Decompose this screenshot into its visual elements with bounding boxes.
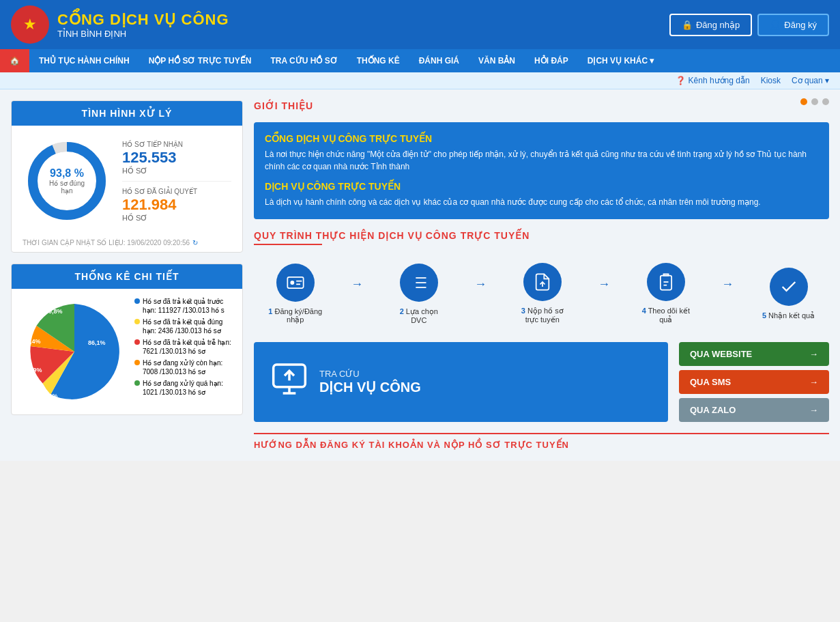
id-card-icon bbox=[286, 273, 305, 292]
subnav-co-quan[interactable]: Cơ quan ▾ bbox=[792, 76, 829, 85]
btn-website[interactable]: QUA WEBSITE → bbox=[679, 342, 829, 366]
process-step-2: 2 Lựa chọn DVC bbox=[392, 264, 446, 324]
intro-section: GIỚI THIỆU CỔNG DỊCH VỤ CÔNG TRỰC TUYẾN … bbox=[254, 100, 829, 219]
nav-thu-tuc[interactable]: THỦ TỤC HÀNH CHÍNH bbox=[29, 49, 139, 72]
btn-zalo[interactable]: QUA ZALO → bbox=[679, 398, 829, 422]
step-arrow-1: → bbox=[351, 277, 363, 292]
right-panel: GIỚI THIỆU CỔNG DỊCH VỤ CÔNG TRỰC TUYẾN … bbox=[243, 100, 829, 450]
btn-sms-label: QUA SMS bbox=[690, 377, 731, 387]
detail-box: THỐNG KÊ CHI TIẾT bbox=[11, 264, 243, 415]
nav-van-ban[interactable]: VĂN BẢN bbox=[469, 49, 525, 72]
arrow-right-icon-2: → bbox=[809, 377, 818, 387]
step-label-3: 3 Nộp hồ sơ trực tuyến bbox=[515, 307, 570, 324]
stats-footer: THỜI GIAN CẬP NHẬT SỐ LIỆU: 19/06/2020 0… bbox=[12, 236, 242, 252]
tra-cuu-buttons: QUA WEBSITE → QUA SMS → QUA ZALO → bbox=[679, 342, 829, 422]
intro-dot-1[interactable] bbox=[800, 98, 807, 105]
resolved-value: 121.984 bbox=[122, 196, 231, 214]
legend-dot-orange bbox=[134, 360, 140, 365]
legend-text-4: Hồ sơ đang xử lý quá hạn: 1021 /130.013 … bbox=[143, 379, 234, 397]
pie-label-orange: 5,4% bbox=[27, 338, 41, 345]
pie-chart: 86,1% 1,9% 5,9% 5,4% 0,8% bbox=[20, 297, 129, 406]
legend-dot-red bbox=[134, 339, 140, 345]
main-nav: 🏠 THỦ TỤC HÀNH CHÍNH NỘP HỒ SƠ TRỰC TUYẾ… bbox=[0, 49, 840, 72]
btn-zalo-label: QUA ZALO bbox=[690, 405, 736, 415]
step-arrow-2: → bbox=[474, 277, 487, 292]
guide-section: HƯỚNG DẪN ĐĂNG KÝ TÀI KHOẢN VÀ NỘP HỒ SƠ… bbox=[254, 433, 829, 450]
svg-rect-3 bbox=[287, 277, 303, 287]
intro-card-title1: CỔNG DỊCH VỤ CÔNG TRỰC TUYẾN bbox=[265, 133, 818, 144]
pie-legend: 86,1% 1,9% 5,9% 5,4% 0,8% Hồ sơ đã trả k… bbox=[20, 297, 234, 406]
refresh-icon[interactable]: ↻ bbox=[192, 239, 198, 246]
subnav: ❓ Kênh hướng dẫn Kiosk Cơ quan ▾ bbox=[0, 72, 840, 89]
legend-dot-green bbox=[134, 380, 140, 386]
tra-cuu-label: TRA CỨU bbox=[319, 369, 421, 379]
step-circle-4 bbox=[647, 263, 685, 301]
btn-website-label: QUA WEBSITE bbox=[690, 349, 752, 359]
received-label: HỒ SƠ TIẾP NHẬN bbox=[122, 140, 231, 149]
step-label-5: 5 Nhận kết quả bbox=[762, 311, 815, 320]
stats-body: 93,8 % Hồ sơ đúng hạn HỒ SƠ TIẾP NHẬN 12… bbox=[12, 126, 242, 236]
nav-home[interactable]: 🏠 bbox=[0, 49, 29, 72]
left-panel: TÌNH HÌNH XỬ LÝ 93,8 % Hồ sơ đúng hạn bbox=[11, 100, 243, 450]
guide-label: HƯỚNG DẪN ĐĂNG KÝ TÀI KHOẢN VÀ NỘP HỒ SƠ… bbox=[254, 440, 569, 450]
svg-point-4 bbox=[290, 281, 294, 285]
user-icon: 👤 bbox=[770, 20, 781, 30]
detail-title: THỐNG KÊ CHI TIẾT bbox=[12, 264, 242, 289]
step-label-2: 2 Lựa chọn DVC bbox=[392, 307, 446, 324]
received-value: 125.553 bbox=[122, 149, 231, 167]
header-title: CỔNG DỊCH VỤ CÔNG TỈNH BÌNH ĐỊNH bbox=[57, 11, 229, 39]
subnav-kenh-huong-dan[interactable]: ❓ Kênh hướng dẫn bbox=[676, 76, 749, 85]
subnav-kiosk[interactable]: Kiosk bbox=[761, 76, 781, 85]
donut-percent: 93,8 % bbox=[45, 167, 89, 180]
resolved-unit: HỒ SƠ bbox=[122, 214, 231, 223]
legend-item: Hồ sơ đang xử lý còn hạn: 7008 /130.013 … bbox=[134, 358, 234, 376]
legend-item: Hồ sơ đã trả kết quả trễ hạn: 7621 /130.… bbox=[134, 338, 234, 356]
header-buttons: 🔒 Đăng nhập 👤 Đăng ký bbox=[669, 14, 829, 36]
tra-cuu-text: TRA CỨU DỊCH VỤ CÔNG bbox=[319, 369, 421, 395]
legend-dot-yellow bbox=[134, 319, 140, 324]
nav-thong-ke[interactable]: THỐNG KÊ bbox=[347, 49, 409, 72]
donut-label: 93,8 % Hồ sơ đúng hạn bbox=[45, 167, 89, 195]
process-step-3: 3 Nộp hồ sơ trực tuyến bbox=[515, 263, 570, 324]
legend-text-3: Hồ sơ đang xử lý còn hạn: 7008 /130.013 … bbox=[143, 358, 234, 376]
nav-dich-vu-khac[interactable]: DỊCH VỤ KHÁC ▾ bbox=[578, 49, 664, 72]
nav-tra-cuu[interactable]: TRA CỨU HỒ SƠ bbox=[261, 49, 347, 72]
document-upload-icon bbox=[533, 272, 552, 292]
legend-text-1: Hồ sơ đã trả kết quả đúng hạn: 2436 /130… bbox=[143, 317, 234, 335]
nav-danh-gia[interactable]: ĐÁNH GIÁ bbox=[409, 49, 469, 72]
site-subtitle: TỈNH BÌNH ĐỊNH bbox=[57, 29, 229, 39]
process-label: QUY TRÌNH THỰC HIỆN DỊCH VỤ CÔNG TRỰC TU… bbox=[254, 230, 829, 241]
intro-dot-3[interactable] bbox=[822, 98, 829, 105]
process-step-4: 4 Theo dõi kết quả bbox=[639, 263, 693, 324]
nav-hoi-dap[interactable]: HỎI ĐÁP bbox=[525, 49, 578, 72]
resolved-label: HỒ SƠ ĐÃ GIẢI QUYẾT bbox=[122, 187, 231, 196]
stats-title: TÌNH HÌNH XỬ LÝ bbox=[12, 101, 242, 126]
intro-dot-2[interactable] bbox=[811, 98, 818, 105]
btn-sms[interactable]: QUA SMS → bbox=[679, 370, 829, 394]
register-button[interactable]: 👤 Đăng ký bbox=[757, 14, 829, 36]
logo: ★ bbox=[11, 5, 49, 44]
login-button[interactable]: 🔒 Đăng nhập bbox=[669, 14, 752, 36]
legend-items: Hồ sơ đã trả kết quả trước hạn: 111927 /… bbox=[134, 297, 234, 406]
nav-nop-ho-so[interactable]: NỘP HỒ SƠ TRỰC TUYẾN bbox=[139, 49, 261, 72]
legend-item: Hồ sơ đang xử lý quá hạn: 1021 /130.013 … bbox=[134, 379, 234, 397]
step-circle-5 bbox=[770, 268, 808, 306]
process-section: QUY TRÌNH THỰC HIỆN DỊCH VỤ CÔNG TRỰC TU… bbox=[254, 230, 829, 331]
register-label: Đăng ký bbox=[784, 20, 817, 30]
stat-divider bbox=[122, 181, 231, 182]
step-circle-2 bbox=[400, 264, 438, 302]
arrow-right-icon-3: → bbox=[809, 405, 818, 415]
monitor-icon bbox=[270, 360, 308, 404]
legend-dot-blue bbox=[134, 298, 140, 304]
login-label: Đăng nhập bbox=[696, 20, 740, 30]
arrow-right-icon: → bbox=[809, 349, 818, 359]
list-icon bbox=[409, 273, 429, 292]
detail-body: 86,1% 1,9% 5,9% 5,4% 0,8% Hồ sơ đã trả k… bbox=[12, 289, 242, 414]
step-arrow-3: → bbox=[598, 277, 610, 292]
stats-numbers: HỒ SƠ TIẾP NHẬN 125.553 HỒ SƠ HỒ SƠ ĐÃ G… bbox=[122, 140, 231, 223]
main-content: TÌNH HÌNH XỬ LÝ 93,8 % Hồ sơ đúng hạn bbox=[0, 89, 840, 461]
process-steps: 1 Đăng ký/Đăng nhập → 2 Lựa chọn DVC → bbox=[254, 256, 829, 331]
pie-label-yellow: 1,9% bbox=[44, 393, 58, 399]
pie-label-red: 5,9% bbox=[28, 367, 42, 373]
step-label-1: 1 Đăng ký/Đăng nhập bbox=[268, 307, 323, 324]
